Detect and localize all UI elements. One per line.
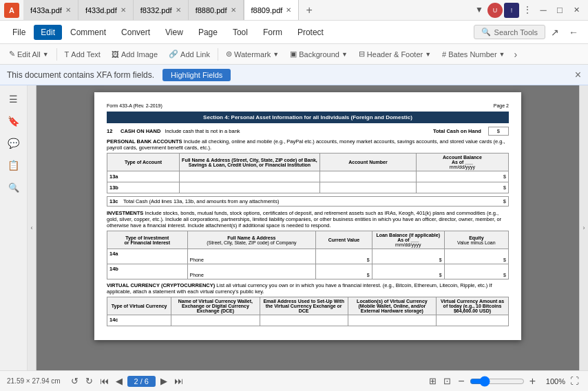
bates-number-label: Bates Number [448,50,496,59]
menu-convert[interactable]: Convert [114,25,157,40]
tab-f8809-close[interactable]: ✕ [286,6,291,14]
bates-number-button[interactable]: # Bates Number ▼ [437,49,510,60]
first-page-button[interactable]: ⏮ [98,376,111,386]
tab-f8332-close[interactable]: ✕ [176,6,181,14]
sidebar-pages-icon[interactable]: 📋 [4,156,23,175]
sidebar-search-icon[interactable]: 🔍 [4,178,23,197]
menu-comment[interactable]: Comment [63,25,113,40]
menu-page[interactable]: Page [191,25,224,40]
tab-f433d-label: f433d.pdf [85,6,117,14]
main-content: ☰ 🔖 💬 📋 🔍 ‹ Form 433-A (Rev. 2-2019) Pag… [0,85,588,370]
app-icon: A [4,3,19,18]
vc-14c-location [348,315,436,326]
inv-col-loan: Loan Balance (if applicable)As of ___mm/… [372,231,444,249]
vc-col-type: Type of Virtual Currency [107,297,171,315]
sidebar-bookmarks-icon[interactable]: 🔖 [4,112,23,131]
vc-col-location: Location(s) of Virtual Currency (Mobile … [348,297,436,315]
zoom-out-button[interactable]: − [456,375,466,388]
tab-f433d-close[interactable]: ✕ [120,6,126,14]
menu-icon[interactable]: ⋮ [521,3,534,17]
toolbar-more-icon[interactable]: › [514,49,517,60]
collapse-right-button[interactable]: › [579,85,588,370]
menu-form[interactable]: Form [256,25,289,40]
watermark-button[interactable]: ⊜ Watermark ▼ [221,48,284,60]
watermark-icon: ⊜ [226,50,232,59]
maximize-button[interactable]: □ [552,3,567,18]
add-image-button[interactable]: 🖼 Add Image [107,49,162,60]
edit-all-icon: ✎ [9,50,15,59]
sidebar-panels-icon[interactable]: ☰ [4,89,23,109]
background-button[interactable]: ▣ Background ▼ [285,48,353,60]
inv-14b-loan: $ [372,264,444,279]
edit-all-dropdown-icon: ▼ [43,51,49,58]
notification-close-icon[interactable]: × [575,69,581,81]
menu-edit[interactable]: Edit [34,25,62,40]
menu-search[interactable]: 🔍 Search Tools [474,25,545,39]
menu-view[interactable]: View [158,25,190,40]
personal-bank-header: PERSONAL BANK ACCOUNTS Include all check… [107,138,509,151]
last-page-button[interactable]: ⏭ [172,376,185,386]
share-icon[interactable]: ↗ [547,24,563,41]
back-icon[interactable]: ← [565,24,582,41]
fit-page-button[interactable]: ⊡ [441,376,453,386]
next-page-button[interactable]: ▶ [158,376,169,386]
bottom-bar: 21.59 × 27.94 cm ↺ ↻ ⏮ ◀ 2 / 6 ▶ ⏭ ⊞ ⊡ −… [0,370,588,391]
tab-f8880[interactable]: f8880.pdf ✕ [189,0,244,20]
bank-row-13b: 13b $ [107,182,509,193]
profile-icon[interactable]: U [487,3,503,18]
tab-f8332[interactable]: f8332.pdf ✕ [134,0,189,20]
tab-f433a[interactable]: f433a.pdf ✕ [23,0,78,20]
edit-all-label: Edit All [17,50,41,59]
row-12-dollar: $ [488,127,509,136]
inv-14a-loan: $ [372,249,444,264]
new-tab-button[interactable]: + [299,4,319,17]
header-footer-button[interactable]: ⊟ Header & Footer ▼ [354,48,436,60]
highlight-fields-button[interactable]: Highlight Fields [162,69,231,81]
zoom-slider[interactable] [470,376,525,387]
inv-col-value: Current Value [316,231,372,249]
virtual-currency-header: VIRTUAL CURRENCY (CRYPTOCURRENCY) List a… [107,282,509,295]
tab-f433a-close[interactable]: ✕ [65,6,71,14]
dropdown-btn[interactable]: ▼ [472,3,486,17]
form-number: Form 433-A (Rev. 2-2019) [107,103,162,108]
vc-col-email: Email Address Used to Set-Up With the Vi… [260,297,348,315]
bank-13a-name [179,171,319,182]
minimize-button[interactable]: ─ [536,3,551,18]
add-link-button[interactable]: 🔗 Add Link [164,48,215,60]
edit-toolbar: ✎ Edit All ▼ T Add Text 🖼 Add Image 🔗 Ad… [0,44,588,65]
fit-width-button[interactable]: ⊞ [427,376,439,386]
page-indicator: 2 / 6 [127,376,156,387]
rotate-right-button[interactable]: ↻ [83,376,95,386]
tab-f8809[interactable]: f8809.pdf ✕ [244,0,300,20]
tab-f8332-label: f8332.pdf [140,6,172,14]
menu-file[interactable]: File [6,25,32,40]
bank-col-name-address: Full Name & Address (Street, City, State… [179,154,319,171]
vc-col-wallet: Name of Virtual Currency Wallet, Exchang… [171,297,260,315]
bank-13a-type: 13a [107,171,180,182]
bank-13b-number [319,182,416,193]
menu-bar: File Edit Comment Convert View Page Tool… [0,21,588,44]
notification-icon[interactable]: ! [504,3,519,18]
zoom-in-button[interactable]: + [527,375,538,388]
sidebar-comments-icon[interactable]: 💬 [4,134,23,153]
tab-f8880-close[interactable]: ✕ [231,6,236,14]
inv-14b-value: $ [316,264,372,279]
tab-f433a-label: f433a.pdf [30,6,62,14]
add-text-button[interactable]: T Add Text [60,49,105,60]
row-12: 12 CASH ON HAND Include cash that is not… [107,127,509,136]
add-text-icon: T [65,50,70,59]
header-footer-label: Header & Footer [367,50,423,59]
tab-f433d[interactable]: f433d.pdf ✕ [78,0,134,20]
edit-all-button[interactable]: ✎ Edit All ▼ [4,48,54,60]
menu-tool[interactable]: Tool [226,25,255,40]
fullscreen-button[interactable]: ⛶ [568,376,581,386]
zoom-level: 100% [540,377,565,385]
close-button[interactable]: ✕ [569,3,584,18]
collapse-left-button[interactable]: ‹ [28,85,36,370]
tab-f8880-label: f8880.pdf [196,6,227,14]
prev-page-button[interactable]: ◀ [114,376,125,386]
bank-table: Type of Account Full Name & Address (Str… [107,153,509,193]
menu-protect[interactable]: Protect [291,25,330,40]
rotate-left-button[interactable]: ↺ [69,376,81,386]
bank-13a-number [319,171,416,182]
